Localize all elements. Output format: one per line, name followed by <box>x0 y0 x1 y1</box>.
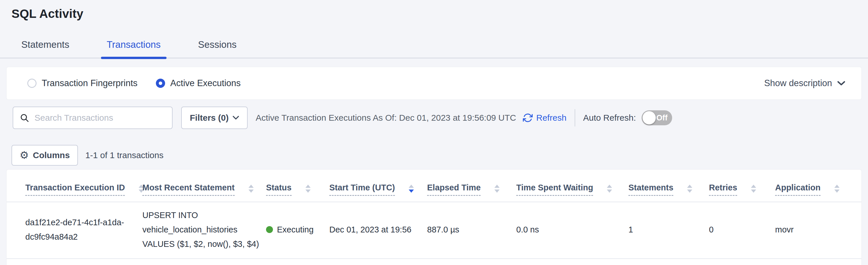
column-header-time-spent-waiting[interactable]: Time Spent Waiting <box>516 170 628 202</box>
sort-arrows-icon[interactable] <box>606 184 613 193</box>
filters-button[interactable]: Filters (0) <box>181 107 248 129</box>
show-description-label: Show description <box>764 78 832 88</box>
radio-active-executions[interactable]: Active Executions <box>156 78 241 88</box>
radio-unchecked-icon[interactable] <box>27 79 36 88</box>
sort-arrows-icon[interactable] <box>834 184 840 193</box>
show-description-button[interactable]: Show description <box>764 78 845 88</box>
cell-status: Executing <box>266 202 329 259</box>
columns-label: Columns <box>33 150 70 160</box>
sort-arrows-icon-active-desc[interactable] <box>408 184 414 193</box>
gear-icon: ⚙ <box>20 150 29 160</box>
search-box[interactable] <box>13 107 173 129</box>
as-of-timestamp: Active Transaction Executions As Of: Dec… <box>256 113 516 123</box>
radio-label: Active Executions <box>170 78 241 88</box>
column-header-start-time[interactable]: Start Time (UTC) <box>329 170 427 202</box>
column-header-application[interactable]: Application <box>775 170 861 202</box>
tab-sessions[interactable]: Sessions <box>193 39 242 58</box>
table-row[interactable]: da1f21e2-de71-4c1f-a1da-dc9fc94a84a2 UPS… <box>7 202 861 259</box>
radio-label: Transaction Fingerprints <box>42 78 137 88</box>
column-header-elapsed-time[interactable]: Elapsed Time <box>427 170 516 202</box>
auto-refresh-toggle[interactable]: Off <box>642 110 672 125</box>
view-mode-radio-group: Transaction Fingerprints Active Executio… <box>27 78 241 88</box>
column-header-status[interactable]: Status <box>266 170 329 202</box>
auto-refresh-label: Auto Refresh: <box>583 113 636 123</box>
table-header-row: Transaction Execution ID Most Recent Sta… <box>7 170 861 202</box>
tab-bar: Statements Transactions Sessions <box>0 39 868 58</box>
toolbar: Filters (0) Active Transaction Execution… <box>13 106 868 129</box>
page-title: SQL Activity <box>11 7 868 21</box>
refresh-icon <box>523 113 533 123</box>
toggle-state-label: Off <box>656 113 668 123</box>
cell-start-time: Dec 01, 2023 at 19:56 <box>329 202 427 259</box>
status-executing-icon <box>266 226 273 233</box>
cell-transaction-execution-id[interactable]: da1f21e2-de71-4c1f-a1da-dc9fc94a84a2 <box>7 202 143 259</box>
sql-activity-page: SQL Activity Statements Transactions Ses… <box>0 0 868 265</box>
refresh-label: Refresh <box>536 113 566 123</box>
toggle-knob[interactable] <box>643 111 656 125</box>
search-icon <box>20 113 29 123</box>
column-header-retries[interactable]: Retries <box>709 170 775 202</box>
radio-transaction-fingerprints[interactable]: Transaction Fingerprints <box>27 78 137 88</box>
toolbar-divider <box>575 109 575 127</box>
columns-button[interactable]: ⚙ Columns <box>11 145 78 166</box>
tab-transactions[interactable]: Transactions <box>101 39 166 58</box>
search-input[interactable] <box>34 113 166 123</box>
sort-arrows-icon[interactable] <box>305 184 311 193</box>
column-header-most-recent-statement[interactable]: Most Recent Statement <box>143 170 266 202</box>
status-label: Executing <box>277 222 313 237</box>
filters-label: Filters (0) <box>190 113 229 123</box>
refresh-button[interactable]: Refresh <box>523 113 566 123</box>
cell-application: movr <box>775 202 861 259</box>
cell-retries: 0 <box>709 202 775 259</box>
cell-elapsed-time: 887.0 µs <box>427 202 516 259</box>
table-controls: ⚙ Columns 1-1 of 1 transactions <box>11 145 868 166</box>
transactions-table: Transaction Execution ID Most Recent Sta… <box>7 170 861 259</box>
sort-arrows-icon[interactable] <box>494 184 500 193</box>
result-count: 1-1 of 1 transactions <box>86 150 164 160</box>
chevron-down-icon <box>233 116 239 120</box>
cell-time-spent-waiting: 0.0 ns <box>516 202 628 259</box>
cell-most-recent-statement[interactable]: UPSERT INTO vehicle_location_histories V… <box>143 202 266 259</box>
column-header-statements[interactable]: Statements <box>628 170 709 202</box>
sort-arrows-icon[interactable] <box>750 184 757 193</box>
tab-statements[interactable]: Statements <box>16 39 74 58</box>
sort-arrows-icon[interactable] <box>686 184 693 193</box>
transactions-table-card: Transaction Execution ID Most Recent Sta… <box>7 170 861 265</box>
cell-statements: 1 <box>628 202 709 259</box>
radio-checked-icon[interactable] <box>156 79 165 88</box>
view-options-card: Transaction Fingerprints Active Executio… <box>7 67 861 99</box>
column-header-transaction-execution-id[interactable]: Transaction Execution ID <box>7 170 143 202</box>
sort-arrows-icon[interactable] <box>248 184 254 193</box>
chevron-down-icon <box>837 81 845 86</box>
